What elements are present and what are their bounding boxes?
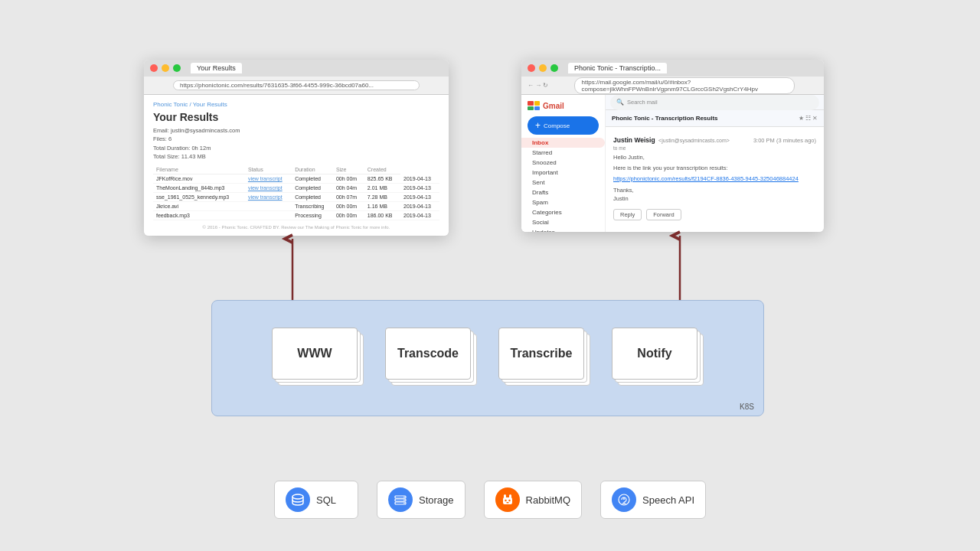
gmail-sidebar-item-sent[interactable]: Sent	[521, 178, 605, 187]
sql-service[interactable]: SQL	[274, 481, 358, 519]
cell-size: 825.65 KB	[364, 174, 400, 184]
sql-icon-svg	[291, 493, 305, 507]
email-actions: Reply Forward	[613, 209, 816, 220]
view-transcript-link[interactable]: view transcript	[248, 185, 283, 191]
cell-action	[245, 202, 292, 211]
reply-button[interactable]: Reply	[613, 209, 642, 220]
cell-created: 2019-04-13	[400, 193, 439, 202]
cell-size: 2.01 MB	[364, 184, 400, 193]
close-dot-right[interactable]	[528, 64, 535, 72]
cell-size: 7.28 MB	[364, 193, 400, 202]
cell-size: 1.16 MB	[364, 202, 400, 211]
gmail-email-body-area: Justin Weisig <justin@sysadmincasts.com>…	[606, 127, 824, 232]
speech-api-service[interactable]: Speech API	[600, 481, 706, 519]
email-time: 3:00 PM (3 minutes ago)	[753, 137, 816, 144]
email-body-line1: Here is the link you your transcription …	[613, 164, 816, 172]
view-transcript-link[interactable]: view transcript	[248, 176, 283, 181]
addressbar-right: ← → ↻ https://mail.google.com/mail/u/0/#…	[521, 77, 824, 95]
gmail-search[interactable]: 🔍 Search mail	[610, 95, 819, 110]
cell-duration: 00h 00m	[333, 174, 364, 184]
storage-service[interactable]: Storage	[377, 481, 466, 519]
gmail-sidebar-item-updates[interactable]: Updates	[521, 227, 605, 232]
cell-created: 2019-04-13	[400, 202, 439, 211]
cell-duration: 00h 04m	[333, 184, 364, 193]
gmail-sidebar-item-starred[interactable]: Starred	[521, 148, 605, 158]
gmail-sidebar-item-important[interactable]: Important	[521, 168, 605, 178]
addressbar-left: https://phonictonic.com/results/7631635-…	[144, 77, 449, 95]
cell-action[interactable]: view transcript	[245, 184, 292, 193]
gmail-toolbar: 🔍 Search mail	[606, 95, 824, 110]
browser-tab-left[interactable]: Your Results	[191, 63, 242, 73]
bottom-services-row: SQL Storage R	[274, 481, 706, 519]
meta-email: Email: justin@sysadmincasts.com	[153, 126, 439, 135]
col-size: Size	[333, 165, 364, 174]
sql-icon	[286, 487, 310, 512]
table-row: TheMoonLanding_844b.mp3view transcriptCo…	[153, 184, 439, 193]
breadcrumb[interactable]: Phonic Tonic / Your Results	[153, 101, 439, 108]
results-footer: © 2016 - Phonic Tonic. CRAFTED BY. Revie…	[153, 225, 439, 230]
speech-api-label: Speech API	[642, 494, 694, 506]
svg-rect-9	[509, 494, 511, 498]
browser-tab-right[interactable]: Phonic Tonic - Transcriptio...	[568, 63, 667, 73]
gmail-compose-button[interactable]: + Compose	[528, 116, 599, 135]
from-name: Justin Weisig	[613, 136, 655, 144]
svg-point-6	[403, 503, 405, 504]
cell-action[interactable]: view transcript	[245, 193, 292, 202]
left-browser-window: Your Results https://phonictonic.com/res…	[144, 60, 449, 236]
close-dot[interactable]	[150, 64, 158, 72]
table-row: Jkrice.aviTranscribing00h 00m1.16 MB2019…	[153, 202, 439, 211]
transcode-label: Transcode	[397, 347, 459, 360]
gmail-sidebar-item-categories[interactable]: Categories	[521, 207, 605, 217]
transcribe-service-wrapper: Transcribe	[498, 328, 590, 389]
gmail-sidebar-item-social[interactable]: Social	[521, 217, 605, 227]
gmail-logo-area: Gmail	[521, 98, 605, 113]
meta-size: Total Size: 11.43 MB	[153, 152, 439, 161]
storage-label: Storage	[419, 494, 454, 506]
table-row: JFKofRice.movview transcriptCompleted00h…	[153, 174, 439, 184]
cell-filename: TheMoonLanding_844b.mp3	[153, 184, 245, 193]
gmail-sidebar-item-spam[interactable]: Spam	[521, 197, 605, 207]
cell-status: Completed	[292, 174, 333, 184]
cell-filename: Jkrice.avi	[153, 202, 245, 211]
url-right[interactable]: https://mail.google.com/mail/u/0/#inbox?…	[574, 77, 795, 94]
svg-point-4	[403, 497, 405, 498]
email-subject-header: Phonic Tonic - Transcription Results	[612, 115, 718, 122]
minimize-dot-right[interactable]	[539, 64, 547, 72]
transcode-service-card[interactable]: Transcode	[385, 328, 471, 380]
titlebar-right: Phonic Tonic - Transcriptio...	[521, 60, 824, 77]
cell-filename: feedback.mp3	[153, 211, 245, 220]
svg-rect-12	[506, 502, 508, 504]
transcode-service-wrapper: Transcode	[385, 328, 477, 389]
gmail-sidebar-item-snoozed[interactable]: Snoozed	[521, 158, 605, 168]
cell-status: Completed	[292, 184, 333, 193]
storage-icon	[388, 487, 413, 512]
forward-button[interactable]: Forward	[646, 209, 681, 220]
transcribe-label: Transcribe	[511, 347, 573, 360]
gmail-sidebar-item-drafts[interactable]: Drafts	[521, 187, 605, 197]
view-transcript-link[interactable]: view transcript	[248, 194, 283, 200]
speech-api-icon-svg	[617, 493, 631, 507]
storage-icon-svg	[394, 493, 407, 507]
table-row: sse_1961_0525_kennedy.mp3view transcript…	[153, 193, 439, 202]
email-body: Hello Justin, Here is the link you your …	[613, 153, 816, 203]
www-service-card[interactable]: WWW	[272, 328, 358, 380]
cell-action[interactable]: view transcript	[245, 174, 292, 184]
gmail-layout: Gmail + Compose InboxStarredSnoozedImpor…	[521, 95, 824, 232]
fullscreen-dot-right[interactable]	[550, 64, 558, 72]
url-left[interactable]: https://phonictonic.com/results/7631635-…	[173, 80, 420, 90]
transcription-link[interactable]: https://phonictonic.com/results/f2194CF-…	[613, 175, 799, 182]
rabbitmq-icon	[495, 487, 520, 512]
fullscreen-dot[interactable]	[173, 64, 181, 72]
cell-size: 186.00 KB	[364, 211, 400, 220]
col-duration: Duration	[292, 165, 333, 174]
results-page-content: Phonic Tonic / Your Results Your Results…	[144, 95, 449, 236]
notify-service-card[interactable]: Notify	[612, 328, 697, 380]
gmail-sidebar-item-inbox[interactable]: Inbox	[521, 138, 605, 148]
transcribe-service-card[interactable]: Transcribe	[498, 328, 584, 380]
minimize-dot[interactable]	[162, 64, 169, 72]
k8s-label: K8S	[740, 403, 754, 411]
col-created: Created	[364, 165, 400, 174]
apps-icon[interactable]	[528, 101, 540, 110]
gmail-main-panel: 🔍 Search mail Phonic Tonic - Transcripti…	[606, 95, 824, 232]
rabbitmq-service[interactable]: RabbitMQ	[484, 481, 583, 519]
